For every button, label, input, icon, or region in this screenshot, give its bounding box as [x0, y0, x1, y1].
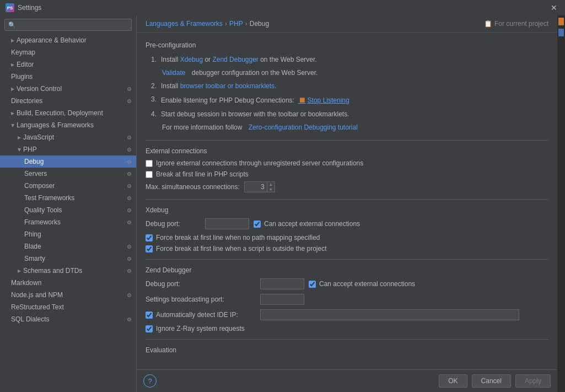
sidebar-item-plugins[interactable]: Plugins: [0, 71, 136, 83]
title-bar: PS Settings ✕: [0, 0, 565, 15]
sidebar-item-languages[interactable]: ▶ Languages & Frameworks: [0, 119, 136, 131]
can-accept-checkbox[interactable]: [254, 221, 261, 228]
auto-detect-row: Automatically detect IDE IP: 192.168.5.1…: [146, 309, 548, 320]
auto-detect-checkbox[interactable]: [146, 312, 153, 319]
sidebar-item-quality-tools[interactable]: Quality Tools ⚙: [0, 204, 136, 216]
sidebar-item-servers[interactable]: Servers ⚙: [0, 168, 136, 180]
sidebar-label: Frameworks: [24, 218, 61, 226]
force-break-path-label: Force break at first line when no path m…: [156, 234, 320, 241]
expand-icon: ▶: [18, 135, 21, 140]
search-input[interactable]: [18, 21, 128, 29]
max-connections-label: Max. simultaneous connections:: [146, 183, 240, 191]
step-4-more: For more information follow Zero-configu…: [151, 122, 548, 132]
ignore-zray-label: Ignore Z-Ray system requests: [156, 325, 245, 332]
sidebar-item-sql[interactable]: SQL Dialects ⚙: [0, 313, 136, 325]
search-box[interactable]: 🔍: [4, 19, 132, 31]
zend-debug-port-input[interactable]: 10137: [260, 278, 304, 289]
sidebar-item-markdown[interactable]: Markdown: [0, 277, 136, 289]
sidebar-item-directories[interactable]: Directories ⚙: [0, 95, 136, 107]
step-3: 3. Enable listening for PHP Debug Connec…: [151, 94, 548, 106]
debug-port-input[interactable]: 9000: [205, 218, 249, 229]
sidebar-item-vcs[interactable]: ▶ Version Control ⚙: [0, 83, 136, 95]
right-panel: Languages & Frameworks › PHP › Debug 📋 F…: [137, 15, 557, 392]
pre-config-title: Pre-configuration: [146, 41, 548, 49]
numbered-list: 1. Install Xdebug or Zend Debugger on th…: [151, 55, 548, 132]
sidebar-label: Editor: [17, 61, 34, 68]
expand-icon: ▶: [10, 123, 15, 127]
cancel-button[interactable]: Cancel: [472, 374, 511, 388]
expand-icon: ▶: [11, 111, 14, 116]
sidebar-item-debug[interactable]: Debug ⚙: [0, 155, 136, 168]
breadcrumb-action: 📋 For current project: [484, 20, 548, 28]
sidebar-item-build[interactable]: ▶ Build, Execution, Deployment: [0, 107, 136, 119]
force-break-path-checkbox[interactable]: [146, 234, 153, 241]
zend-link[interactable]: Zend Debugger: [212, 56, 258, 63]
force-break-outside-row: Force break at first line when a script …: [146, 245, 548, 253]
sidebar-label: Composer: [24, 182, 55, 190]
sidebar-label: Keymap: [11, 49, 35, 56]
sidebar-item-restructured[interactable]: ReStructured Text: [0, 301, 136, 313]
sidebar-label: Plugins: [11, 73, 33, 80]
ok-button[interactable]: OK: [439, 374, 467, 388]
ignore-external-checkbox[interactable]: [146, 160, 153, 167]
close-button[interactable]: ✕: [548, 2, 559, 13]
breadcrumb-action-label[interactable]: For current project: [494, 20, 548, 28]
settings-icon: ⚙: [127, 244, 132, 250]
xdebug-link[interactable]: Xdebug: [180, 56, 203, 63]
force-break-outside-label: Force break at first line when a script …: [156, 245, 326, 253]
break-first-line-checkbox[interactable]: [146, 171, 153, 178]
expand-icon: ▶: [17, 148, 22, 151]
bottom-bar: ? OK Cancel Apply: [137, 369, 557, 392]
expand-icon: ▶: [11, 87, 14, 92]
zend-debugger-header: Zend Debugger: [146, 266, 548, 274]
auto-detect-input[interactable]: 192.168.5.161,127.0.0.1: [260, 309, 519, 320]
sidebar-item-javascript[interactable]: ▶ JavaScript ⚙: [0, 131, 136, 143]
sidebar-label: PHP: [23, 146, 37, 153]
sidebar-item-phing[interactable]: Phing: [0, 228, 136, 240]
bookmarklets-link[interactable]: browser toolbar or bookmarklets.: [180, 82, 277, 90]
sidebar-item-smarty[interactable]: Smarty ⚙: [0, 253, 136, 265]
sidebar-item-frameworks[interactable]: Frameworks ⚙: [0, 216, 136, 228]
step-2: 2. Install browser toolbar or bookmarkle…: [151, 81, 548, 91]
settings-broadcast-input[interactable]: 20080: [260, 294, 304, 305]
spinner-up[interactable]: ▲: [267, 182, 275, 187]
sidebar-item-appearance[interactable]: ▶ Appearance & Behavior: [0, 34, 136, 46]
validate-link[interactable]: Validate: [162, 68, 185, 78]
sidebar-label: ReStructured Text: [11, 303, 64, 311]
zend-can-accept-checkbox[interactable]: [309, 281, 316, 288]
evaluation-header: Evaluation: [146, 346, 548, 354]
content-area: Pre-configuration 1. Install Xdebug or Z…: [137, 33, 557, 369]
breadcrumb-languages[interactable]: Languages & Frameworks: [146, 20, 223, 28]
window-title: Settings: [18, 4, 41, 12]
ignore-zray-checkbox[interactable]: [146, 325, 153, 332]
sidebar-item-keymap[interactable]: Keymap: [0, 46, 136, 58]
settings-icon: ⚙: [127, 292, 132, 298]
max-connections-spinner[interactable]: 3 ▲ ▼: [244, 181, 275, 192]
tutorial-link[interactable]: Zero-configuration Debugging tutorial: [249, 122, 358, 132]
sidebar-label: Smarty: [24, 255, 45, 262]
expand-icon: ▶: [18, 269, 21, 273]
title-bar-left: PS Settings: [6, 3, 41, 12]
breadcrumb-arrow: ›: [225, 20, 227, 28]
sidebar-item-php[interactable]: ▶ PHP ⚙: [0, 143, 136, 155]
step-4: 4. Start debug session in browser with t…: [151, 109, 548, 119]
sidebar-item-test-frameworks[interactable]: Test Frameworks ⚙: [0, 192, 136, 204]
sidebar-label: SQL Dialects: [11, 315, 50, 323]
sidebar-item-nodejs[interactable]: Node.js and NPM ⚙: [0, 289, 136, 301]
settings-icon: ⚙: [127, 219, 132, 225]
breadcrumb-php[interactable]: PHP: [229, 20, 243, 28]
sidebar-item-schemas[interactable]: ▶ Schemas and DTDs ⚙: [0, 265, 136, 277]
spinner-down[interactable]: ▼: [267, 187, 275, 192]
edge-indicator: [558, 18, 564, 25]
max-connections-input[interactable]: 3: [245, 182, 267, 192]
stop-listening-btn[interactable]: ⏹ Stop Listening: [298, 94, 349, 106]
right-edge: [557, 15, 565, 392]
settings-icon: ⚙: [127, 159, 132, 165]
apply-button[interactable]: Apply: [515, 374, 551, 388]
help-button[interactable]: ?: [143, 374, 157, 388]
sidebar-item-editor[interactable]: ▶ Editor: [0, 58, 136, 71]
settings-icon: ⚙: [127, 183, 132, 189]
sidebar-item-blade[interactable]: Blade ⚙: [0, 240, 136, 253]
sidebar-item-composer[interactable]: Composer ⚙: [0, 180, 136, 192]
force-break-outside-checkbox[interactable]: [146, 245, 153, 253]
